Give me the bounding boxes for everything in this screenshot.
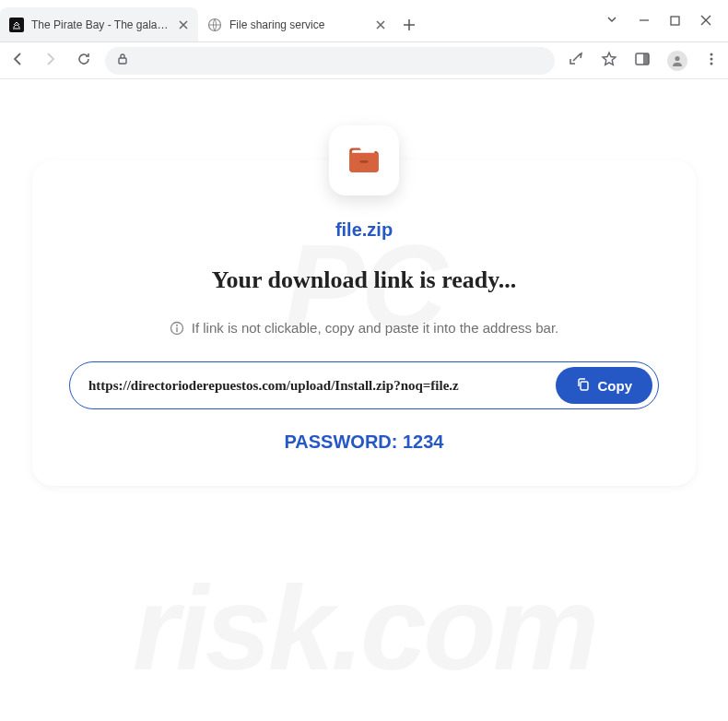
copy-icon [576,377,591,395]
download-heading: Your download link is ready... [69,266,659,294]
filename: file.zip [69,219,659,241]
watermark: risk.com [0,559,728,697]
chevron-down-icon[interactable] [605,13,618,30]
svg-point-13 [176,325,178,326]
svg-rect-11 [360,160,369,163]
forward-button[interactable] [42,51,59,71]
address-bar[interactable] [105,47,555,75]
toolbar-actions [568,51,719,71]
menu-icon[interactable] [704,52,719,70]
folder-icon [329,125,399,195]
lock-icon [116,53,129,69]
close-icon[interactable] [374,18,387,31]
favicon-piratebay [9,18,24,32]
side-panel-icon[interactable] [634,51,651,71]
svg-rect-3 [119,58,126,64]
tab-file-sharing[interactable]: File sharing service [198,7,396,41]
share-icon[interactable] [568,51,584,71]
tab-title: File sharing service [229,18,324,31]
nav-arrows [9,51,92,71]
globe-icon [207,18,222,32]
hint-label: If link is not clickable, copy and paste… [192,320,559,336]
tab-pirate-bay[interactable]: The Pirate Bay - The galaxy's mos [0,7,198,41]
download-url[interactable]: https://directorioderepuestos.com/upload… [88,378,556,394]
copy-label: Copy [598,378,633,394]
svg-rect-15 [581,382,588,390]
svg-rect-5 [643,53,649,65]
download-link-row: https://directorioderepuestos.com/upload… [69,361,659,409]
maximize-icon[interactable] [670,13,680,30]
hint-text: If link is not clickable, copy and paste… [69,320,659,336]
svg-point-9 [710,62,713,65]
reload-button[interactable] [76,51,92,71]
tab-strip: The Pirate Bay - The galaxy's mos File s… [0,0,589,41]
browser-toolbar [0,42,728,79]
close-icon[interactable] [700,13,711,30]
svg-rect-2 [671,17,679,25]
download-card: file.zip Your download link is ready... … [32,160,696,486]
copy-button[interactable]: Copy [556,367,653,404]
password-label: PASSWORD: 1234 [69,431,659,453]
back-button[interactable] [9,51,26,71]
svg-point-6 [675,55,679,60]
svg-point-7 [710,53,713,55]
close-icon[interactable] [178,18,189,31]
tab-title: The Pirate Bay - The galaxy's mos [31,18,170,31]
window-titlebar: The Pirate Bay - The galaxy's mos File s… [0,0,728,42]
minimize-icon[interactable] [639,13,650,30]
page-content: PC risk.com file.zip Your download link … [0,79,728,504]
info-icon [170,321,184,336]
bookmark-icon[interactable] [601,51,617,71]
svg-rect-14 [176,327,177,332]
window-controls [589,0,728,41]
new-tab-button[interactable] [396,7,422,41]
profile-avatar[interactable] [667,51,687,71]
svg-point-8 [710,57,713,60]
